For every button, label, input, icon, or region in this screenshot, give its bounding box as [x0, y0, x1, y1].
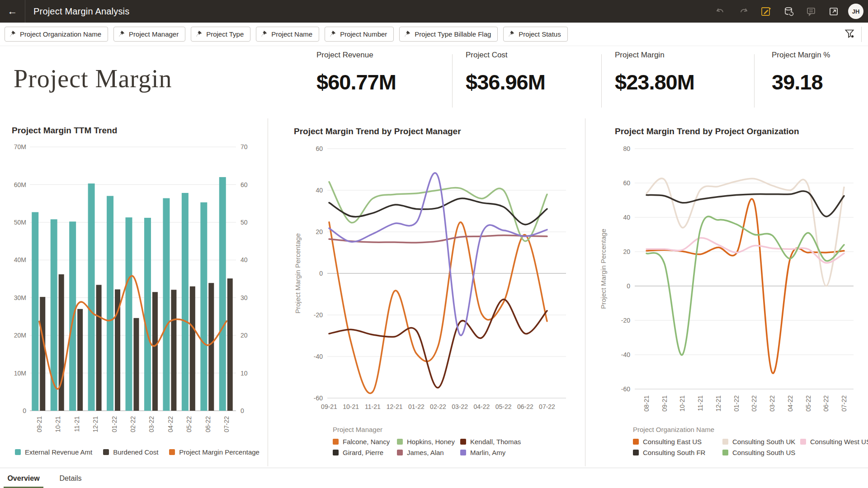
legend-title: Project Manager [333, 426, 521, 433]
legend-item[interactable]: James, Alan [397, 449, 460, 456]
kpi-value: 39.18 [772, 70, 868, 94]
dashboard-heading: Project Margin [14, 64, 172, 93]
svg-text:07-22: 07-22 [223, 416, 230, 432]
svg-text:10-21: 10-21 [343, 403, 359, 410]
line-chart-project-margin-by-organization[interactable]: 806040200-20-40-60Project Margin Percent… [595, 137, 866, 436]
bar-external-revenue-amt [69, 221, 76, 411]
legend-swatch [397, 450, 403, 455]
svg-text:20: 20 [241, 332, 248, 339]
bar-burdened-cost [96, 285, 102, 411]
svg-text:10M: 10M [14, 370, 26, 377]
tab-bar: Overview Details [0, 468, 868, 488]
tab-label: Details [60, 474, 82, 483]
legend-item[interactable]: Falcone, Nancy [333, 438, 397, 446]
svg-text:-40: -40 [621, 351, 630, 358]
comment-icon[interactable] [803, 3, 819, 19]
svg-text:11-21: 11-21 [73, 416, 80, 432]
legend-item[interactable]: Burdened Cost [103, 448, 158, 456]
legend-swatch [103, 449, 109, 455]
bar-external-revenue-amt [107, 196, 113, 411]
chip-label: Project Number [340, 30, 387, 38]
svg-text:01-22: 01-22 [733, 395, 740, 412]
legend-item[interactable]: Consulting South UK [722, 438, 800, 446]
filter-chip-project-type[interactable]: Project Type [191, 27, 250, 42]
legend-label: Kendall, Thomas [470, 438, 521, 446]
svg-text:0: 0 [23, 407, 26, 414]
filter-chip-project-status[interactable]: Project Status [503, 27, 567, 42]
open-in-new-icon[interactable] [826, 3, 842, 19]
legend-item[interactable]: Consulting South FR [633, 449, 722, 456]
bar-external-revenue-amt [88, 183, 95, 411]
line-project-margin-percentage [39, 276, 227, 389]
avatar[interactable]: JH [848, 4, 863, 19]
legend-label: Consulting West US [810, 438, 868, 446]
kpi-value: $36.96M [466, 70, 601, 94]
svg-text:12-21: 12-21 [387, 403, 403, 410]
bar-burdened-cost [77, 309, 83, 411]
legend-item[interactable]: Project Margin Percentage [169, 448, 259, 456]
edit-icon[interactable] [758, 3, 774, 19]
legend-item[interactable]: Hopkins, Honey [397, 438, 460, 446]
svg-text:01-22: 01-22 [111, 416, 118, 432]
filter-chip-project-name[interactable]: Project Name [256, 27, 319, 42]
legend-label: Consulting East US [643, 438, 702, 446]
svg-text:60M: 60M [14, 181, 26, 188]
legend-label: Consulting South UK [732, 438, 795, 446]
kpi-label: Project Margin [615, 51, 750, 60]
divider [452, 54, 453, 108]
filter-chip-project-type-billable-flag[interactable]: Project Type Billable Flag [399, 27, 498, 42]
filter-chip-project-number[interactable]: Project Number [325, 27, 394, 42]
legend-label: External Revenue Amt [25, 448, 92, 456]
chip-label: Project Type [206, 30, 244, 38]
chart1-title: Project Margin TTM Trend [12, 126, 117, 136]
data-refresh-icon[interactable] [780, 3, 797, 19]
filter-funnel-icon[interactable] [844, 28, 855, 41]
filter-chip-project-manager[interactable]: Project Manager [113, 27, 185, 42]
svg-text:80: 80 [623, 145, 630, 152]
tab-details[interactable]: Details [57, 468, 84, 488]
filter-chip-project-organization-name[interactable]: Project Organization Name [5, 27, 108, 42]
bar-external-revenue-amt [163, 198, 170, 411]
legend-label: Burdened Cost [113, 448, 158, 456]
svg-text:12-21: 12-21 [715, 395, 722, 412]
legend-item[interactable]: External Revenue Amt [15, 448, 92, 456]
tab-overview[interactable]: Overview [4, 468, 43, 488]
svg-text:Project Margin Percentage: Project Margin Percentage [294, 233, 302, 314]
legend-item[interactable]: Consulting East US [633, 438, 722, 446]
svg-text:10: 10 [241, 370, 248, 377]
legend-item[interactable]: Consulting West US [800, 438, 868, 446]
kpi-label: Project Cost [466, 51, 601, 60]
svg-text:04-22: 04-22 [787, 395, 794, 412]
legend-swatch [722, 450, 728, 455]
redo-icon[interactable] [735, 3, 751, 19]
tab-label: Overview [7, 474, 39, 483]
legend-item[interactable]: Marlin, Amy [460, 449, 521, 456]
line-consulting-south-us [646, 216, 844, 355]
legend-swatch [333, 450, 339, 455]
legend-swatch [460, 450, 466, 455]
chip-label: Project Organization Name [20, 30, 101, 38]
svg-text:40: 40 [241, 256, 248, 263]
pin-icon [404, 31, 411, 38]
svg-text:11-21: 11-21 [365, 403, 381, 410]
legend-label: Falcone, Nancy [343, 438, 390, 446]
back-button[interactable]: ← [0, 0, 25, 23]
combo-chart-project-margin-ttm-trend[interactable]: 0010M1020M2030M3040M4050M5060M6070M7009-… [6, 137, 262, 445]
legend-item[interactable]: Girard, Pierre [333, 449, 397, 456]
legend-title: Project Organization Name [633, 426, 868, 433]
undo-icon[interactable] [712, 3, 729, 19]
svg-text:02-22: 02-22 [430, 403, 446, 410]
svg-text:-60: -60 [314, 394, 323, 402]
svg-text:11-21: 11-21 [697, 395, 704, 411]
bar-burdened-cost [152, 292, 158, 411]
legend-swatch [333, 439, 339, 445]
legend-swatch [722, 439, 728, 445]
svg-text:0: 0 [319, 270, 323, 277]
legend-item[interactable]: Consulting South US [722, 449, 800, 456]
pin-icon [330, 31, 336, 38]
line-chart-project-margin-by-manager[interactable]: 6040200-20-40-60Project Margin Percentag… [289, 137, 581, 421]
svg-text:60: 60 [241, 181, 248, 188]
divider [601, 54, 602, 108]
legend-item[interactable]: Kendall, Thomas [460, 438, 521, 446]
bar-external-revenue-amt [126, 217, 132, 411]
